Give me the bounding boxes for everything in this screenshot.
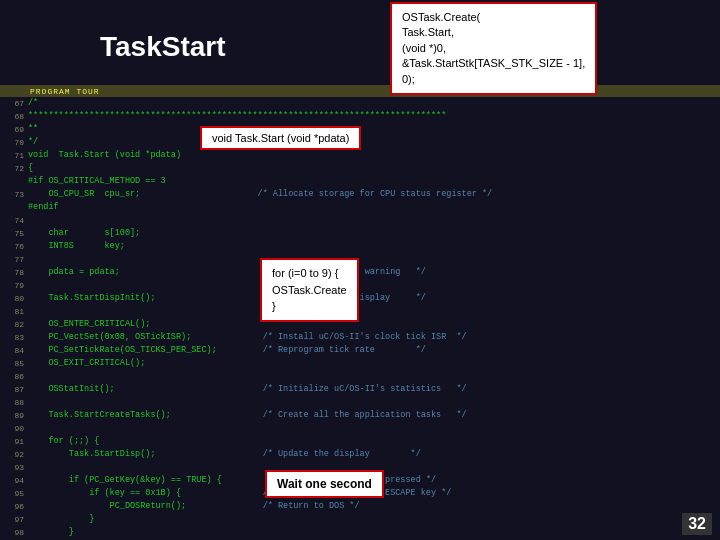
top-bar-label: PROGRAM TOUR	[0, 85, 100, 98]
code-line: 68 *************************************…	[0, 110, 720, 123]
tooltip-loop: for (i=0 to 9) { OSTask.Create }	[260, 258, 359, 322]
code-line: 71 void Task.Start (void *pdata)	[0, 149, 720, 162]
code-line: 91 for (;;) {	[0, 435, 720, 448]
code-line: 80 Task.StartDispInit(); /* Initialize t…	[0, 292, 720, 305]
tooltip-loop-line1: for (i=0 to 9) {	[272, 265, 347, 282]
code-line: 82 OS_ENTER_CRITICAL();	[0, 318, 720, 331]
tooltip-line3: (void *)0,	[402, 41, 585, 56]
code-line: 78 pdata = pdata; /* Prevent compiler wa…	[0, 266, 720, 279]
code-line: 86	[0, 370, 720, 383]
tooltip-loop-line3: }	[272, 298, 347, 315]
code-line: #endif	[0, 201, 720, 214]
code-line: 67 /*	[0, 97, 720, 110]
code-area: PROGRAM TOUR TaskStart 67 /* 68 ********…	[0, 0, 720, 540]
tooltip-void-taskstart: void Task.Start (void *pdata)	[200, 126, 361, 150]
tooltip-line1: OSTask.Create(	[402, 10, 585, 25]
code-line: 77	[0, 253, 720, 266]
top-bar: PROGRAM TOUR	[0, 85, 720, 97]
code-line: 90	[0, 422, 720, 435]
page-title: TaskStart	[100, 40, 226, 53]
code-line: 97 }	[0, 513, 720, 526]
page-number: 32	[682, 513, 712, 535]
code-line: 74	[0, 214, 720, 227]
main-container: PROGRAM TOUR TaskStart 67 /* 68 ********…	[0, 0, 720, 540]
code-line: 79	[0, 279, 720, 292]
tooltip-line5: 0);	[402, 72, 585, 87]
code-line: 87 OSStatInit(); /* Initialize uC/OS-II'…	[0, 383, 720, 396]
tooltip-line2: Task.Start,	[402, 25, 585, 40]
code-line: 96 PC_DOSReturn(); /* Return to DOS */	[0, 500, 720, 513]
tooltip-ostask-create: OSTask.Create( Task.Start, (void *)0, &T…	[390, 2, 597, 95]
code-line: 98 }	[0, 526, 720, 539]
tooltip-loop-line2: OSTask.Create	[272, 282, 347, 299]
code-line: 88	[0, 396, 720, 409]
code-line: 89 Task.StartCreateTasks(); /* Create al…	[0, 409, 720, 422]
code-line: 75 char s[100];	[0, 227, 720, 240]
code-line: 83 PC_VectSet(0x08, OSTickISR); /* Insta…	[0, 331, 720, 344]
code-line: 84 PC_SetTickRate(OS_TICKS_PER_SEC); /* …	[0, 344, 720, 357]
tooltip-line4: &Task.StartStk[TASK_STK_SIZE - 1],	[402, 56, 585, 71]
code-line: 73 OS_CPU_SR cpu_sr; /* Allocate storage…	[0, 188, 720, 201]
code-line: 76 INT8S key;	[0, 240, 720, 253]
code-line: 92 Task.StartDisp(); /* Update the displ…	[0, 448, 720, 461]
tooltip-wait-one-second: Wait one second	[265, 470, 384, 498]
code-line: 81	[0, 305, 720, 318]
code-line: #if OS_CRITICAL_METHOD == 3	[0, 175, 720, 188]
code-line: 85 OS_EXIT_CRITICAL();	[0, 357, 720, 370]
code-line: 72 {	[0, 162, 720, 175]
